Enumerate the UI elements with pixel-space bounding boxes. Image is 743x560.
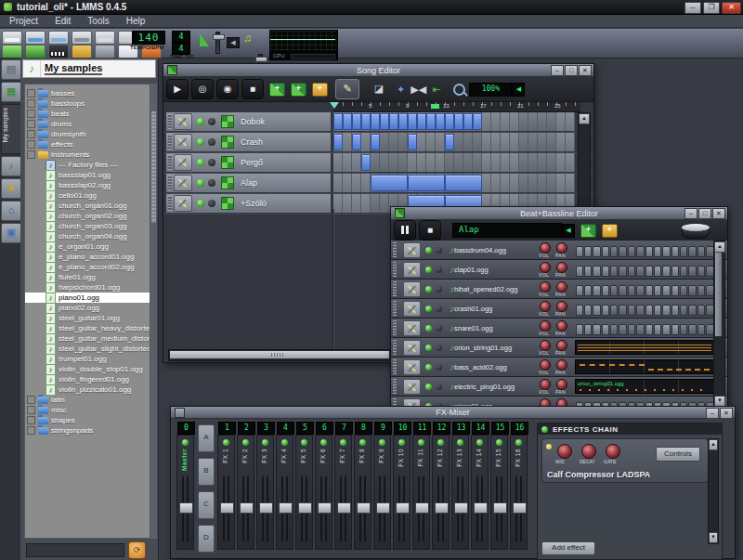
step-cell[interactable] [628, 266, 635, 277]
step-cell[interactable] [654, 305, 661, 316]
grid-cell[interactable] [547, 153, 556, 172]
mute-led[interactable] [425, 286, 432, 293]
track-actions-button[interactable] [403, 379, 421, 395]
instrument-name[interactable]: crash01.ogg [454, 305, 536, 313]
grid-cell[interactable] [417, 153, 426, 172]
track-actions-button[interactable] [174, 113, 192, 130]
track-actions-button[interactable] [174, 195, 192, 212]
effect-knob-wd[interactable] [557, 444, 572, 459]
grid-cell[interactable] [538, 153, 547, 172]
track-grip[interactable] [393, 379, 397, 394]
close-icon[interactable]: ✕ [720, 408, 733, 419]
bb-pattern-icon[interactable] [221, 136, 234, 149]
mute-led[interactable] [197, 138, 204, 146]
solo-knob[interactable] [436, 247, 442, 254]
grid-cell[interactable] [566, 153, 575, 172]
channel-number-display[interactable]: 10 [394, 422, 411, 435]
grid-cell[interactable] [380, 153, 389, 172]
record-play-button[interactable]: ◉ [216, 79, 239, 99]
tree-item[interactable]: ♪--- Factory files --- [25, 160, 150, 170]
channel-number-display[interactable]: 14 [472, 422, 489, 435]
grid-cell[interactable] [519, 153, 528, 172]
fader-thumb[interactable] [493, 502, 507, 514]
grid-cell[interactable] [398, 133, 408, 151]
channel-strip[interactable]: FX 4 [276, 435, 293, 550]
close-button[interactable]: ✕ [722, 2, 741, 14]
fader-thumb[interactable] [435, 502, 449, 514]
step-cell[interactable] [662, 324, 670, 335]
expand-box[interactable] [27, 110, 35, 118]
instrument-name[interactable]: bass_acid02.ogg [454, 363, 536, 371]
grid-cell[interactable] [556, 112, 566, 131]
track-header[interactable]: Pergő [166, 153, 331, 172]
pattern-segment[interactable] [333, 113, 343, 130]
open-recent-icon[interactable] [48, 31, 69, 45]
expand-box[interactable] [27, 120, 35, 128]
solo-knob[interactable] [436, 384, 442, 390]
track-actions-button[interactable] [403, 242, 421, 258]
step-cell[interactable] [576, 246, 583, 257]
step-cell[interactable] [680, 266, 687, 277]
track-grid[interactable] [333, 112, 580, 131]
step-cell[interactable] [593, 246, 600, 257]
track-actions-button[interactable] [174, 154, 192, 171]
pattern-segment[interactable] [361, 154, 371, 171]
solo-knob[interactable] [436, 325, 442, 332]
solo-knob[interactable] [436, 345, 442, 351]
step-cell[interactable] [593, 266, 600, 277]
grid-cell[interactable] [519, 133, 528, 151]
my-presets-tab[interactable]: ♪ [1, 156, 21, 176]
grid-cell[interactable] [352, 174, 361, 192]
step-cell[interactable] [680, 246, 687, 257]
step-cell[interactable] [636, 246, 644, 257]
tree-item[interactable]: stringsnpads [25, 425, 150, 436]
mute-led[interactable] [197, 179, 204, 187]
channel-led[interactable] [398, 439, 405, 446]
grid-cell[interactable] [510, 174, 519, 192]
pattern-segment[interactable] [445, 113, 454, 130]
mute-led[interactable] [425, 364, 432, 371]
fader-thumb[interactable] [298, 502, 312, 514]
pattern-segment[interactable] [463, 113, 473, 130]
grid-cell[interactable] [361, 194, 371, 213]
channel-strip[interactable]: FX 13 [451, 435, 469, 550]
grid-cell[interactable] [556, 153, 566, 172]
step-cell[interactable] [576, 266, 583, 277]
grid-cell[interactable] [491, 133, 501, 151]
favorites-tab[interactable]: ★ [1, 178, 21, 199]
step-cell[interactable] [610, 285, 618, 296]
step-cell[interactable] [688, 305, 696, 316]
step-cell[interactable] [628, 285, 635, 296]
fader-thumb[interactable] [396, 502, 410, 514]
home-tab[interactable]: ⌂ [1, 201, 21, 221]
tree-item[interactable]: ♪e_piano_accord02.ogg [25, 262, 150, 272]
step-cell[interactable] [602, 246, 609, 257]
channel-led[interactable] [476, 439, 483, 446]
step-cell[interactable] [584, 324, 592, 335]
fader-thumb[interactable] [454, 502, 468, 514]
fader-thumb[interactable] [318, 502, 332, 514]
tree-scrollbar[interactable] [150, 84, 157, 539]
grid-cell[interactable] [501, 153, 510, 172]
step-cell[interactable] [619, 324, 626, 335]
channel-strip[interactable]: FX 1 [217, 435, 235, 550]
export-project-icon[interactable] [95, 31, 115, 45]
channel-led[interactable] [281, 439, 288, 446]
tree-item[interactable]: drums [25, 119, 150, 129]
tree-item[interactable]: beats [25, 109, 150, 119]
grid-cell[interactable] [454, 133, 463, 151]
channel-number-display[interactable]: 0 [177, 422, 195, 435]
channel-number-display[interactable]: 16 [511, 422, 528, 435]
bank-d-button[interactable]: D [198, 525, 215, 553]
instrument-name[interactable]: bassdrum04.ogg [454, 246, 536, 254]
new-project-icon[interactable] [2, 31, 22, 45]
pattern-segment[interactable] [445, 175, 482, 191]
pattern-segment[interactable] [389, 113, 398, 130]
tree-item[interactable]: latin [25, 395, 150, 405]
grid-cell[interactable] [361, 174, 371, 192]
tree-item[interactable]: ♪steel_guitar01.ogg [25, 313, 150, 323]
my-projects-tab[interactable]: ▤ [1, 59, 21, 80]
fader-thumb[interactable] [474, 502, 488, 514]
step-cell[interactable] [662, 305, 670, 316]
mute-led[interactable] [425, 306, 432, 312]
